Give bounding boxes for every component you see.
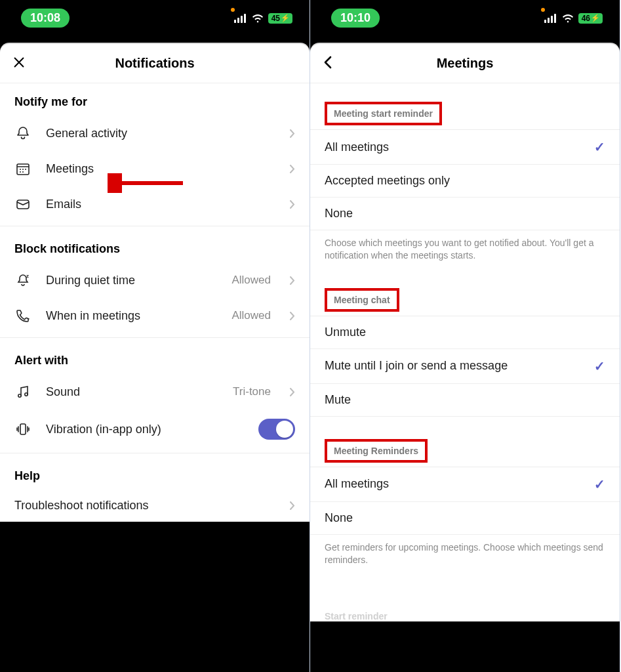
list-item-when-in-meetings[interactable]: When in meetings Allowed [0,298,310,333]
checkmark-icon: ✓ [594,476,605,492]
group-title: Meeting start reminder [325,102,442,125]
chevron-right-icon [289,501,295,511]
row-label: General activity [46,127,275,140]
svg-point-8 [18,394,21,397]
chevron-right-icon [289,387,295,397]
svg-point-3 [25,169,26,170]
group-meeting-chat-header: Meeting chat [310,266,620,316]
checkmark-icon: ✓ [594,358,605,374]
chevron-right-icon [289,276,295,285]
list-item-troubleshoot[interactable]: Troubleshoot notifications [0,490,310,522]
option-reminders-all[interactable]: All meetings ✓ [310,467,620,502]
option-label: Unmute [325,326,366,339]
page-title: Meetings [437,56,494,71]
group-meeting-reminders-header: Meeting Reminders [310,417,620,467]
section-notify-title: Notify me for [0,83,310,116]
wifi-icon [251,13,264,23]
option-all-meetings[interactable]: All meetings ✓ [310,130,620,165]
music-icon [14,383,31,400]
quiet-time-icon: z [14,272,31,289]
page-title: Notifications [115,56,194,71]
svg-rect-10 [20,424,26,434]
section-help-title: Help [0,457,310,490]
help-text: Choose which meetings you want to get no… [310,230,620,266]
chevron-left-icon [322,54,334,73]
mic-indicator-dot [231,8,235,12]
notifications-screen: Notifications Notify me for General acti… [0,44,310,522]
back-button[interactable] [322,54,334,73]
svg-point-1 [20,169,21,170]
list-item-emails[interactable]: Emails [0,186,310,222]
right-phone: 10:10 46⚡ Meetings Meeting start reminde… [310,0,620,672]
vibration-toggle[interactable] [258,419,295,440]
calendar-icon [14,160,31,177]
vibration-icon [14,421,31,438]
section-block-title: Block notifications [0,230,310,262]
status-time: 10:08 [21,9,70,28]
close-button[interactable] [12,55,26,72]
option-label: None [325,207,353,220]
option-label: Accepted meetings only [325,174,450,188]
svg-point-2 [22,169,24,170]
screen-header: Notifications [0,44,310,83]
battery-indicator: 46⚡ [578,13,603,24]
chevron-right-icon [289,311,295,321]
option-unmute[interactable]: Unmute [310,316,620,349]
row-label: During quiet time [46,274,217,287]
list-item-sound[interactable]: Sound Tri-tone [0,374,310,410]
row-label: When in meetings [46,309,217,323]
chevron-right-icon [289,129,295,138]
status-right: 45⚡ [234,13,292,24]
list-item-general-activity[interactable]: General activity [0,116,310,151]
option-label: All meetings [325,140,389,154]
list-item-quiet-time[interactable]: z During quiet time Allowed [0,262,310,298]
status-bar: 10:08 45⚡ [0,0,310,36]
mic-indicator-dot [541,8,545,12]
group-title: Meeting chat [325,288,399,312]
status-bar: 10:10 46⚡ [310,0,620,36]
screen-header: Meetings [310,44,620,83]
group-title: Meeting Reminders [325,439,428,463]
cutoff-group-title: Start reminder [310,597,620,621]
svg-text:z: z [26,273,29,279]
row-label: Emails [46,198,275,211]
option-label: Mute until I join or send a message [325,359,508,373]
svg-point-9 [25,393,28,396]
option-none[interactable]: None [310,198,620,230]
option-reminders-none[interactable]: None [310,502,620,535]
row-value: Allowed [231,309,271,322]
svg-point-4 [20,171,21,173]
battery-indicator: 45⚡ [268,13,292,24]
help-text: Get reminders for upcoming meetings. Cho… [310,535,620,570]
chevron-right-icon [289,164,295,174]
option-label: Mute [325,393,351,407]
bell-icon [14,125,31,142]
chevron-right-icon [289,200,295,209]
home-indicator [102,663,207,667]
option-accepted-only[interactable]: Accepted meetings only [310,165,620,198]
checkmark-icon: ✓ [594,139,605,155]
option-mute-until-join[interactable]: Mute until I join or send a message ✓ [310,349,620,384]
close-icon [12,55,26,72]
left-phone: 10:08 45⚡ Notifications Notify me for [0,0,310,672]
row-label: Meetings [46,162,275,176]
list-item-vibration: Vibration (in-app only) [0,410,310,449]
wifi-icon [561,13,574,23]
cellular-signal-icon [544,14,557,23]
row-label: Troubleshoot notifications [14,499,275,513]
cellular-signal-icon [234,14,247,23]
meetings-screen: Meetings Meeting start reminder All meet… [310,44,620,621]
group-start-reminder-header: Meeting start reminder [310,83,620,129]
phone-icon [14,307,31,324]
section-alert-title: Alert with [0,342,310,374]
option-mute[interactable]: Mute [310,384,620,417]
option-label: All meetings [325,477,389,491]
svg-point-5 [22,171,24,173]
status-time: 10:10 [331,9,380,28]
row-value: Allowed [231,274,271,287]
row-value: Tri-tone [233,385,271,398]
list-item-meetings[interactable]: Meetings [0,151,310,186]
row-label: Vibration (in-app only) [46,423,244,436]
home-indicator [412,663,517,667]
row-label: Sound [46,385,218,399]
